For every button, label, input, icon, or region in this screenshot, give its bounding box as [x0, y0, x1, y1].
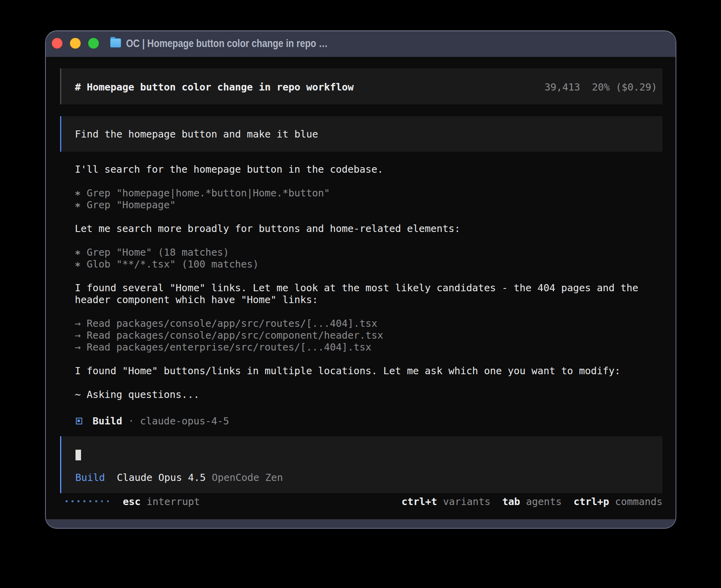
conversation-line	[75, 270, 638, 282]
agent-name[interactable]: Build	[75, 472, 105, 483]
conversation-line	[75, 377, 638, 389]
text-segment: I found "Home" buttons/links in multiple…	[75, 365, 620, 377]
session-header: # Homepage button color change in repo w…	[60, 68, 663, 104]
shortcut-ctrlt[interactable]: ctrl+t	[402, 496, 437, 507]
conversation-line: → Read packages/enterprise/src/routes/[.…	[75, 341, 638, 353]
status-bar: esc interrupt ctrl+t variants tab agents…	[64, 496, 662, 508]
text-segment: ∗	[75, 247, 81, 258]
text-segment: Grep "homepage|home.*button|Home.*button…	[81, 187, 330, 199]
conversation-line	[75, 306, 638, 318]
spacer	[105, 472, 117, 483]
folder-icon	[110, 37, 121, 48]
spacer	[141, 496, 147, 507]
conversation: I'll search for the homepage button in t…	[75, 164, 638, 427]
progress-dot	[77, 500, 79, 502]
text-segment: → Read packages/console/app/src/routes/[…	[75, 318, 377, 329]
text-segment: ∗	[75, 258, 81, 270]
progress-dot	[101, 500, 103, 502]
app-window: OC | Homepage button color change in rep…	[45, 30, 677, 529]
conversation-line: ∗ Grep "Home" (18 matches)	[75, 247, 638, 258]
shortcut-esc-label: interrupt	[147, 496, 200, 507]
progress-dot	[83, 500, 85, 502]
conversation-line: ∗ Grep "Homepage"	[75, 199, 638, 211]
zoom-button[interactable]	[88, 38, 99, 49]
session-title: # Homepage button color change in repo w…	[75, 81, 354, 93]
window-titlebar: OC | Homepage button color change in rep…	[46, 31, 676, 57]
text-segment: → Read packages/console/app/src/componen…	[75, 330, 383, 341]
text-segment: Glob "**/*.tsx" (100 matches)	[81, 258, 259, 270]
conversation-line: I found "Home" buttons/links in multiple…	[75, 365, 638, 377]
text-segment: Let me search more broadly for buttons a…	[75, 223, 460, 234]
shortcut-tab[interactable]: tab	[502, 496, 520, 507]
conversation-line	[75, 353, 638, 365]
conversation-line: header component which have "Home" links…	[75, 294, 638, 306]
conversation-line: ∗ Glob "**/*.tsx" (100 matches)	[75, 258, 638, 270]
conversation-line: I found several "Home" links. Let me loo…	[75, 282, 638, 294]
shortcut-ctrlp[interactable]: ctrl+p	[574, 496, 609, 507]
text-cursor	[75, 450, 81, 460]
close-button[interactable]	[52, 38, 62, 49]
conversation-line: I'll search for the homepage button in t…	[75, 164, 638, 175]
progress-dot	[89, 500, 91, 502]
text-segment: → Read packages/enterprise/src/routes/[.…	[75, 341, 371, 353]
session-stats: 39,413 20% ($0.29)	[544, 81, 657, 93]
conversation-line	[75, 235, 638, 247]
shortcut-label-commands: commands	[615, 496, 662, 507]
shortcut-label-agents: agents	[526, 496, 562, 507]
text-segment: · claude-opus-4-5	[122, 415, 229, 427]
conversation-line: Let me search more broadly for buttons a…	[75, 223, 638, 235]
conversation-line: ∗ Grep "homepage|home.*button|Home.*butt…	[75, 187, 638, 199]
text-segment: ∗	[75, 187, 81, 199]
text-segment: Grep "Homepage"	[81, 199, 176, 211]
conversation-line	[75, 175, 638, 187]
conversation-line	[75, 211, 638, 223]
window-title: OC | Homepage button color change in rep…	[126, 30, 328, 56]
user-message: Find the homepage button and make it blu…	[60, 116, 663, 152]
text-segment: ~ Asking questions...	[75, 389, 199, 400]
progress-dot	[72, 500, 74, 502]
agent-status-line: Build · claude-opus-4-5	[75, 415, 638, 427]
conversation-line: ~ Asking questions...	[75, 389, 638, 401]
agent-icon-dot	[77, 420, 80, 422]
user-message-text: Find the homepage button and make it blu…	[75, 128, 318, 140]
prompt-input[interactable]: Build Claude Opus 4.5 OpenCode Zen	[60, 436, 663, 493]
text-segment: header component which have "Home" links…	[75, 294, 318, 305]
conversation-line: → Read packages/console/app/src/routes/[…	[75, 318, 638, 330]
status-left: esc interrupt	[64, 496, 200, 508]
spacer	[206, 472, 212, 483]
input-agent-row: Build Claude Opus 4.5 OpenCode Zen	[75, 472, 283, 484]
conversation-line	[75, 401, 638, 413]
progress-dot	[107, 500, 109, 502]
progress-dot	[95, 500, 97, 502]
text-segment: I found several "Home" links. Let me loo…	[75, 282, 638, 294]
window-bottom-strip	[46, 519, 676, 528]
terminal: # Homepage button color change in repo w…	[46, 57, 676, 519]
agent-icon	[76, 418, 82, 424]
conversation-line: → Read packages/console/app/src/componen…	[75, 330, 638, 341]
progress-dot	[66, 500, 68, 502]
text-segment: ∗	[75, 199, 81, 211]
shortcut-esc[interactable]: esc	[123, 496, 141, 507]
text-segment: I'll search for the homepage button in t…	[75, 164, 383, 175]
model-name[interactable]: Claude Opus 4.5	[117, 472, 206, 483]
minimize-button[interactable]	[70, 38, 81, 49]
provider-name: OpenCode Zen	[212, 472, 283, 483]
status-right: ctrl+t variants tab agents ctrl+p comman…	[402, 496, 662, 508]
progress-dots	[64, 496, 111, 507]
text-segment: Build	[92, 415, 122, 427]
text-segment: Grep "Home" (18 matches)	[81, 247, 229, 258]
shortcut-label-variants: variants	[443, 496, 491, 507]
spacer	[111, 496, 123, 507]
